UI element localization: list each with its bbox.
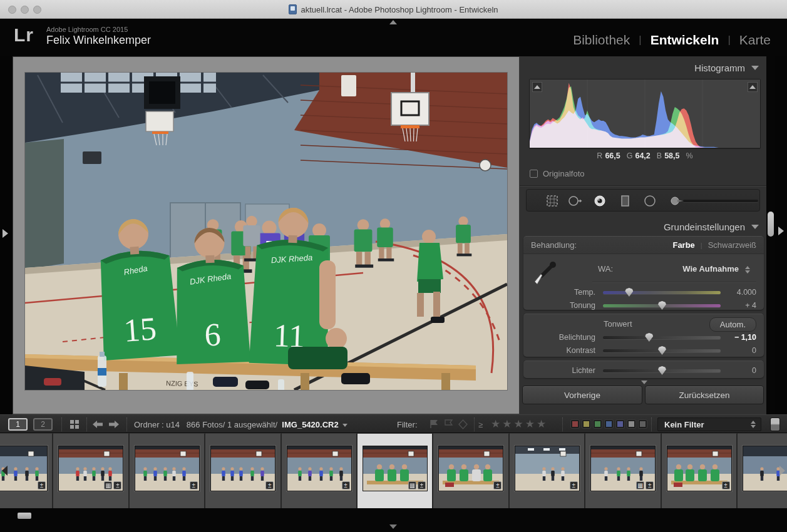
flag-pick-filter[interactable]	[429, 419, 440, 429]
graduated-filter-tool[interactable]	[617, 193, 633, 208]
next-photo-button[interactable]	[108, 419, 120, 429]
thumbnail-photo[interactable]: ▦±	[363, 446, 428, 491]
filters-toggle-switch[interactable]	[770, 417, 780, 431]
color-label-1[interactable]	[571, 420, 579, 428]
treatment-option-color[interactable]: Farbe	[672, 240, 694, 250]
adjustment-badge-icon[interactable]: ±	[418, 481, 426, 489]
right-panel-scrollbar[interactable]	[766, 56, 775, 414]
thumbnail-cell-5[interactable]: ±	[282, 433, 357, 508]
filter-preset-dropdown[interactable]: Kein Filter	[657, 417, 761, 431]
adjustment-badge-icon[interactable]: ±	[113, 481, 121, 489]
filmstrip-hscrollbar-thumb[interactable]	[18, 513, 31, 519]
red-eye-tool[interactable]	[592, 193, 608, 208]
module-tab-karte[interactable]: Karte	[739, 33, 771, 48]
rating-operator[interactable]: ≥	[478, 420, 483, 429]
slider-handle[interactable]	[625, 288, 633, 297]
adjustment-badge-icon[interactable]: ±	[493, 481, 502, 489]
radial-filter-tool[interactable]	[642, 193, 658, 208]
filter-preset-stepper-icon[interactable]	[751, 421, 756, 428]
adjustment-badge-icon[interactable]: ±	[722, 481, 730, 489]
thumbnail-photo[interactable]: ±	[135, 446, 200, 491]
filmstrip-scroll-left-icon[interactable]	[2, 466, 8, 476]
crop-badge-icon[interactable]: ▦	[408, 481, 416, 489]
slider-handle[interactable]	[658, 346, 666, 355]
color-label-3[interactable]	[594, 420, 602, 428]
thumbnail-cell-7[interactable]: ±	[433, 433, 509, 508]
filmstrip-filename[interactable]: IMG_5420.CR2	[282, 420, 338, 429]
slider-track-tonung[interactable]	[603, 304, 721, 307]
hide-top-panel-arrow-icon[interactable]	[389, 20, 397, 24]
module-tab-bibliothek[interactable]: Bibliothek	[573, 33, 630, 48]
color-label-4[interactable]	[605, 420, 613, 428]
star-filter-2[interactable]: ★	[502, 418, 512, 431]
basic-panel-header[interactable]: Grundeinstellungen	[520, 217, 766, 235]
histogram-panel-header[interactable]: Histogramm	[520, 58, 766, 76]
previous-button[interactable]: Vorherige	[522, 386, 642, 404]
thumbnail-cell-10[interactable]: ±	[662, 433, 738, 508]
thumbnail-photo[interactable]: ▦±	[590, 446, 656, 491]
thumbnail-cell-1[interactable]: ±	[0, 433, 53, 508]
wb-preset-stepper-icon[interactable]	[745, 266, 750, 274]
flag-unflagged-filter[interactable]	[443, 419, 454, 429]
slider-handle[interactable]	[658, 366, 666, 375]
thumbnail-photo[interactable]: ±	[287, 446, 352, 491]
filmstrip-filename-caret-icon[interactable]	[342, 424, 347, 427]
thumbnail-photo[interactable]: ±	[667, 446, 732, 491]
thumbnail-photo[interactable]: ±	[210, 446, 275, 491]
adjustment-brush-tool[interactable]	[668, 193, 684, 208]
second-window-button[interactable]: 2	[33, 418, 53, 431]
flag-reject-filter[interactable]	[458, 419, 468, 429]
right-panel-edge-arrow-icon[interactable]	[778, 227, 784, 235]
slider-track-lichter[interactable]	[603, 369, 721, 372]
main-window-button[interactable]: 1	[8, 418, 28, 431]
adjustment-badge-icon[interactable]: ±	[570, 481, 578, 489]
slider-handle[interactable]	[658, 301, 666, 310]
treatment-option-bw[interactable]: Schwarzweiß	[708, 240, 756, 250]
color-label-2[interactable]	[582, 420, 590, 428]
wb-preset-row[interactable]: WA: Wie Aufnahme	[523, 264, 764, 277]
thumbnail-cell-3[interactable]: ±	[130, 433, 205, 508]
previous-photo-button[interactable]	[91, 419, 104, 429]
crop-badge-icon[interactable]: ▦	[104, 481, 112, 489]
color-label-5[interactable]	[616, 420, 624, 428]
adjustment-badge-icon[interactable]: ±	[646, 481, 654, 489]
adjustment-badge-icon[interactable]: ±	[38, 481, 46, 489]
shadow-clipping-indicator[interactable]	[532, 82, 542, 92]
basic-panel-disclosure-icon[interactable]	[751, 225, 759, 229]
slider-track-belichtung[interactable]	[603, 336, 721, 339]
highlight-clipping-indicator[interactable]	[748, 82, 758, 92]
thumbnail-photo[interactable]: ▦±	[58, 446, 123, 491]
star-filter-1[interactable]: ★	[491, 418, 500, 431]
filmstrip-breadcrumb[interactable]: Ordner : u14 866 Fotos/ 1 ausgewählt/ IM…	[134, 420, 347, 429]
auto-tone-button[interactable]: Autom.	[709, 317, 756, 332]
adjustment-badge-icon[interactable]: ±	[342, 481, 350, 489]
histogram-disclosure-icon[interactable]	[751, 66, 759, 70]
thumbnail-cell-9[interactable]: ▦±	[585, 433, 661, 508]
color-label-7[interactable]	[639, 420, 647, 428]
hide-filmstrip-arrow-icon[interactable]	[389, 524, 397, 529]
main-photo[interactable]: 5NZIG EYSRheda15DJK Rheda6DJK Rheda11	[25, 73, 507, 390]
spot-removal-tool[interactable]	[567, 193, 583, 208]
star-filter-3[interactable]: ★	[514, 418, 523, 431]
right-panel-scrollbar-thumb[interactable]	[768, 212, 774, 237]
adjustment-badge-icon[interactable]: ±	[190, 481, 198, 489]
star-filter-4[interactable]: ★	[525, 418, 535, 431]
wb-preset-value[interactable]: Wie Aufnahme	[682, 264, 739, 274]
slider-handle[interactable]	[645, 333, 653, 342]
color-label-6[interactable]	[627, 420, 635, 428]
thumbnail-cell-2[interactable]: ▦±	[53, 433, 129, 508]
reset-button[interactable]: Zurücksetzen	[645, 386, 764, 404]
show-left-panel-arrow-icon[interactable]	[3, 229, 8, 238]
histogram[interactable]	[529, 79, 761, 149]
original-photo-checkbox[interactable]	[530, 170, 538, 178]
thumbnail-cell-4[interactable]: ±	[205, 433, 281, 508]
module-tab-entwickeln[interactable]: Entwickeln	[651, 33, 719, 48]
slider-track-kontrast[interactable]	[603, 349, 721, 352]
star-filter-5[interactable]: ★	[537, 418, 546, 431]
thumbnail-photo[interactable]: ±	[515, 446, 580, 491]
grid-view-button[interactable]	[70, 420, 80, 429]
thumbnail-photo[interactable]: ±	[438, 446, 503, 491]
adjustment-badge-icon[interactable]: ±	[265, 481, 274, 489]
crop-tool[interactable]	[544, 193, 560, 208]
filmstrip-scroll-right-icon[interactable]	[779, 466, 785, 476]
